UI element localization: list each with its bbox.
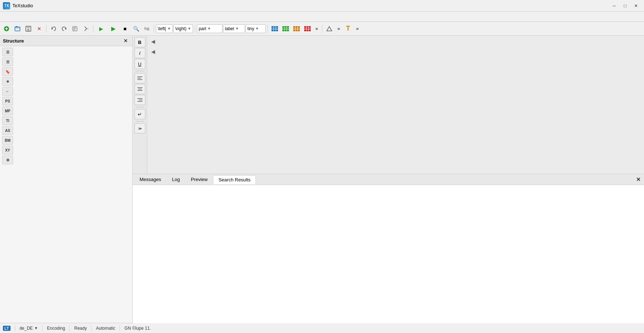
tab-messages[interactable]: Messages bbox=[134, 175, 166, 184]
encoding-text: Encoding bbox=[47, 326, 65, 331]
svg-rect-11 bbox=[271, 26, 278, 31]
ready-text: Ready bbox=[74, 326, 87, 331]
open-button[interactable] bbox=[12, 24, 23, 34]
tab-log[interactable]: Log bbox=[166, 175, 185, 184]
sidebar-ps-icon[interactable]: PS bbox=[2, 97, 13, 105]
close-doc-button[interactable]: ✕ bbox=[34, 24, 44, 34]
lt-status[interactable]: LT bbox=[3, 326, 11, 331]
quick-build-button[interactable]: ▶ bbox=[108, 24, 119, 34]
sidebar-asterisk-icon[interactable]: ✳ bbox=[2, 77, 13, 86]
search-button[interactable]: 🔍 bbox=[131, 24, 141, 34]
maximize-button[interactable]: □ bbox=[620, 2, 630, 10]
svg-rect-4 bbox=[16, 26, 17, 27]
table2-button[interactable] bbox=[281, 24, 291, 34]
extra-text: GN ©lupe 11. bbox=[124, 326, 151, 331]
sidebar-list2-icon[interactable]: ☰ bbox=[2, 57, 13, 66]
triangle-button[interactable] bbox=[324, 24, 334, 34]
svg-marker-8 bbox=[52, 28, 53, 30]
table3-button[interactable] bbox=[291, 24, 302, 34]
expand-button[interactable]: ≫ bbox=[134, 123, 145, 133]
part-dropdown[interactable]: part ▼ bbox=[197, 24, 222, 33]
tab-search-results[interactable]: Search Results bbox=[213, 175, 256, 184]
sidebar-list-icon[interactable]: ☰ bbox=[2, 48, 13, 56]
sidebar-mp-icon[interactable]: MP bbox=[2, 107, 13, 115]
mode-status: Automatic bbox=[96, 326, 115, 331]
save-button[interactable] bbox=[23, 24, 33, 34]
bold-button[interactable]: B bbox=[134, 37, 145, 47]
sidebar-xy-icon[interactable]: XY bbox=[2, 146, 13, 155]
mode-text: Automatic bbox=[96, 326, 115, 331]
app-icon: TX bbox=[3, 2, 10, 9]
cut-button[interactable] bbox=[81, 24, 91, 34]
sidebar-header: Structure ✕ bbox=[0, 36, 132, 46]
align-center-button[interactable] bbox=[134, 84, 145, 94]
redo-button[interactable] bbox=[59, 24, 69, 34]
toolbar: ✕ ▶ ▶ ■ 🔍 log \left( ▼ \right) ▼ part ▼ … bbox=[0, 22, 644, 36]
window-title: TeXstudio bbox=[12, 3, 609, 8]
sidebar-title: Structure bbox=[3, 38, 24, 44]
sidebar: Structure ✕ ☰ ☰ 🔖 ✳ ⌐ PS MP TI AS BM XY … bbox=[0, 36, 133, 323]
label-dropdown[interactable]: label ▼ bbox=[223, 24, 245, 33]
svg-marker-9 bbox=[65, 28, 66, 30]
svg-rect-21 bbox=[293, 26, 300, 31]
sidebar-bookmark-icon[interactable]: 🔖 bbox=[2, 67, 13, 76]
right-paren-dropdown[interactable]: \right) ▼ bbox=[173, 24, 193, 33]
status-sep1 bbox=[15, 325, 15, 331]
menubar bbox=[0, 12, 644, 22]
italic-button[interactable]: I bbox=[134, 48, 145, 58]
encoding-status: Encoding bbox=[47, 326, 65, 331]
table1-button[interactable] bbox=[270, 24, 280, 34]
more-tables-button[interactable]: » bbox=[313, 25, 320, 32]
table4-button[interactable] bbox=[302, 24, 313, 34]
minimize-button[interactable]: ─ bbox=[609, 2, 619, 10]
stop-button[interactable]: ■ bbox=[120, 24, 130, 34]
text-t-button[interactable]: T bbox=[343, 24, 353, 34]
compile-button[interactable] bbox=[70, 24, 80, 34]
language-text: de_DE bbox=[20, 326, 33, 331]
bottom-tabs: Messages Log Preview Search Results ✕ bbox=[133, 174, 644, 185]
align-right-button[interactable] bbox=[134, 95, 145, 105]
lt-badge: LT bbox=[3, 326, 11, 331]
status-sep3 bbox=[69, 325, 70, 331]
more-text-button[interactable]: » bbox=[354, 25, 361, 32]
nav-forward-button[interactable]: ◀ bbox=[149, 47, 157, 56]
titlebar: TX TeXstudio ─ □ ✕ bbox=[0, 0, 644, 12]
left-paren-dropdown[interactable]: \left( ▼ bbox=[156, 24, 173, 33]
underline-button[interactable]: U bbox=[134, 59, 145, 69]
format-sep1 bbox=[136, 71, 144, 71]
svg-rect-6 bbox=[27, 26, 30, 28]
format-sep2 bbox=[136, 107, 144, 107]
svg-rect-7 bbox=[27, 29, 29, 31]
run-button[interactable]: ▶ bbox=[95, 24, 107, 34]
svg-marker-31 bbox=[327, 27, 332, 31]
sidebar-close-button[interactable]: ✕ bbox=[122, 37, 129, 44]
sidebar-icons: ☰ ☰ 🔖 ✳ ⌐ PS MP TI AS BM XY ⚙ bbox=[0, 46, 132, 166]
svg-rect-3 bbox=[15, 27, 20, 31]
newline-button[interactable]: ↵ bbox=[134, 109, 145, 119]
svg-rect-16 bbox=[282, 26, 289, 31]
nav-back-button[interactable]: ◀ bbox=[149, 37, 157, 46]
language-arrow: ▼ bbox=[34, 326, 38, 330]
extra-status: GN ©lupe 11. bbox=[124, 326, 151, 331]
window-controls: ─ □ ✕ bbox=[609, 2, 641, 10]
statusbar: LT de_DE ▼ Encoding Ready Automatic GN ©… bbox=[0, 323, 644, 333]
bottom-panel-close-button[interactable]: ✕ bbox=[634, 175, 643, 184]
new-button[interactable] bbox=[1, 24, 12, 34]
align-left-button[interactable] bbox=[134, 73, 145, 83]
tab-preview[interactable]: Preview bbox=[185, 175, 213, 184]
format-toolbar: B I U ↵ ≫ bbox=[133, 36, 147, 174]
log-button[interactable]: log bbox=[142, 24, 152, 34]
close-button[interactable]: ✕ bbox=[631, 2, 641, 10]
sidebar-bracket-icon[interactable]: ⌐ bbox=[2, 87, 13, 96]
sidebar-gear-icon[interactable]: ⚙ bbox=[2, 156, 13, 164]
status-sep4 bbox=[91, 325, 92, 331]
more-format-button[interactable]: » bbox=[335, 25, 342, 32]
sidebar-as-icon[interactable]: AS bbox=[2, 126, 13, 135]
ready-status: Ready bbox=[74, 326, 87, 331]
editor-content[interactable]: ◀ ◀ bbox=[147, 36, 644, 174]
undo-button[interactable] bbox=[48, 24, 59, 34]
sidebar-ti-icon[interactable]: TI bbox=[2, 116, 13, 125]
sidebar-bm-icon[interactable]: BM bbox=[2, 136, 13, 145]
tiny-dropdown[interactable]: tiny ▼ bbox=[246, 24, 266, 33]
svg-rect-26 bbox=[304, 26, 311, 31]
